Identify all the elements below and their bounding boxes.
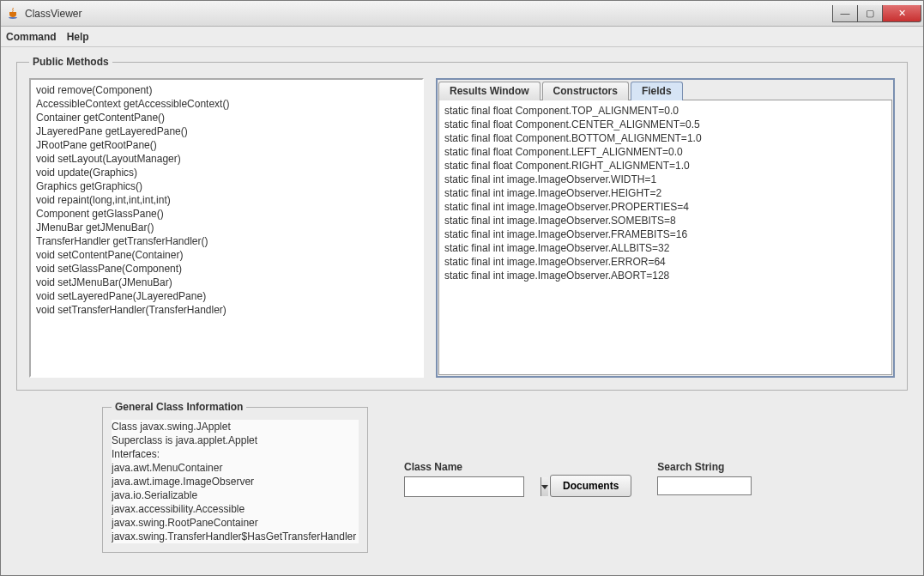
field-item[interactable]: static final float Component.LEFT_ALIGNM… <box>444 145 886 159</box>
controls-row: Class Name Documents Search String <box>404 461 752 497</box>
gci-line: javax.swing.RootPaneContainer <box>112 516 359 530</box>
tabstrip: Results Window Constructors Fields <box>438 81 892 100</box>
close-button[interactable]: ✕ <box>882 5 921 22</box>
field-item[interactable]: static final int image.ImageObserver.SOM… <box>444 214 886 227</box>
method-item[interactable]: JLayeredPane getLayeredPane() <box>36 124 417 138</box>
field-item[interactable]: static final int image.ImageObserver.HEI… <box>444 186 886 200</box>
field-item[interactable]: static final float Component.BOTTOM_ALIG… <box>444 131 886 145</box>
method-item[interactable]: JRootPane getRootPane() <box>36 138 417 152</box>
method-list[interactable]: void remove(Component)AccessibleContext … <box>29 78 424 378</box>
gci-line: java.awt.MenuContainer <box>112 461 359 475</box>
method-item[interactable]: void setJMenuBar(JMenuBar) <box>36 276 417 289</box>
window-controls: — ▢ ✕ <box>833 5 921 22</box>
method-item[interactable]: AccessibleContext getAccessibleContext() <box>36 97 417 111</box>
lower-panel: General Class Information Class javax.sw… <box>16 401 908 553</box>
field-item[interactable]: static final int image.ImageObserver.ERR… <box>444 255 886 269</box>
class-name-combo[interactable] <box>404 476 524 497</box>
documents-button[interactable]: Documents <box>550 475 631 497</box>
minimize-button[interactable]: — <box>832 5 858 22</box>
field-item[interactable]: static final float Component.RIGHT_ALIGN… <box>444 159 886 173</box>
class-name-label: Class Name <box>404 461 524 473</box>
window-title: ClassViewer <box>25 8 833 20</box>
app-window: ClassViewer — ▢ ✕ Command Help Public Me… <box>0 0 924 576</box>
gci-line: Superclass is java.applet.Applet <box>112 434 359 447</box>
field-item[interactable]: static final int image.ImageObserver.WID… <box>444 173 886 186</box>
field-item[interactable]: static final float Component.TOP_ALIGNME… <box>444 104 886 118</box>
titlebar: ClassViewer — ▢ ✕ <box>1 1 923 27</box>
java-icon <box>6 7 20 21</box>
method-item[interactable]: Component getGlassPane() <box>36 207 417 221</box>
gci-legend: General Class Information <box>112 401 246 413</box>
general-class-info-group: General Class Information Class javax.sw… <box>102 401 368 553</box>
method-item[interactable]: void setGlassPane(Component) <box>36 262 417 276</box>
method-item[interactable]: JMenuBar getJMenuBar() <box>36 221 417 234</box>
search-label: Search String <box>657 461 752 473</box>
gci-line: javax.swing.TransferHandler$HasGetTransf… <box>112 530 359 543</box>
gci-line: Class javax.swing.JApplet <box>112 420 359 434</box>
maximize-button[interactable]: ▢ <box>857 5 883 22</box>
gci-line: java.awt.image.ImageObserver <box>112 475 359 488</box>
search-group: Search String <box>657 461 752 497</box>
method-item[interactable]: void remove(Component) <box>36 83 417 97</box>
method-item[interactable]: void setContentPane(Container) <box>36 248 417 262</box>
details-pane: Results Window Constructors Fields stati… <box>436 78 895 378</box>
field-item[interactable]: static final int image.ImageObserver.ALL… <box>444 241 886 255</box>
method-item[interactable]: TransferHandler getTransferHandler() <box>36 234 417 248</box>
public-methods-group: Public Methods void remove(Component)Acc… <box>16 56 908 391</box>
public-methods-legend: Public Methods <box>29 56 112 68</box>
gci-line: Interfaces: <box>112 447 359 461</box>
method-item[interactable]: void setTransferHandler(TransferHandler) <box>36 303 417 317</box>
field-item[interactable]: static final float Component.CENTER_ALIG… <box>444 118 886 131</box>
tab-constructors[interactable]: Constructors <box>542 82 629 100</box>
tab-results-window[interactable]: Results Window <box>438 82 541 100</box>
class-name-input[interactable] <box>405 477 541 496</box>
method-item[interactable]: Container getContentPane() <box>36 111 417 124</box>
method-item[interactable]: void setLayeredPane(JLayeredPane) <box>36 289 417 303</box>
field-item[interactable]: static final int image.ImageObserver.FRA… <box>444 227 886 241</box>
method-item[interactable]: void repaint(long,int,int,int,int) <box>36 193 417 207</box>
method-item[interactable]: Graphics getGraphics() <box>36 179 417 193</box>
field-item[interactable]: static final int image.ImageObserver.PRO… <box>444 200 886 214</box>
gci-line: java.io.Serializable <box>112 488 359 502</box>
method-item[interactable]: void update(Graphics) <box>36 166 417 179</box>
chevron-down-icon[interactable] <box>541 477 548 496</box>
tab-fields[interactable]: Fields <box>631 82 683 100</box>
fields-list[interactable]: static final float Component.TOP_ALIGNME… <box>438 100 892 375</box>
field-item[interactable]: static final int image.ImageObserver.ABO… <box>444 269 886 282</box>
client-area: Public Methods void remove(Component)Acc… <box>1 47 923 575</box>
menu-help[interactable]: Help <box>67 31 89 43</box>
method-item[interactable]: void setLayout(LayoutManager) <box>36 152 417 166</box>
gci-line: javax.accessibility.Accessible <box>112 502 359 516</box>
menu-command[interactable]: Command <box>6 31 57 43</box>
menubar: Command Help <box>1 27 923 47</box>
gci-text: Class javax.swing.JAppletSuperclass is j… <box>112 420 359 543</box>
class-name-group: Class Name <box>404 461 524 497</box>
search-input[interactable] <box>657 476 752 495</box>
